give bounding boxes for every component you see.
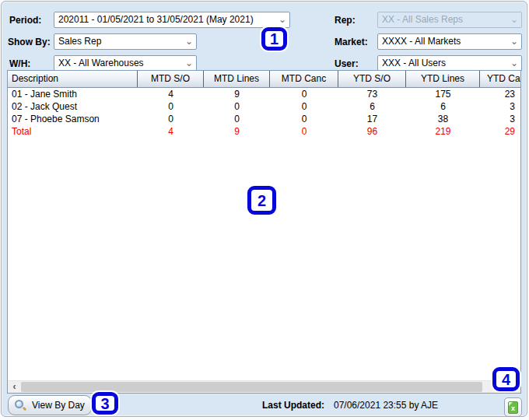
cell-total-ytd-canc: 29 [480, 125, 520, 138]
horizontal-scrollbar[interactable]: ‹ › [8, 380, 520, 393]
header-mtd-lines[interactable]: MTD Lines [204, 71, 270, 87]
annotation-marker-2: 2 [247, 186, 276, 215]
scroll-left-icon[interactable]: ‹ [8, 381, 21, 393]
show-by-dropdown[interactable]: Sales Rep ⌄ [54, 33, 197, 50]
header-ytd-canc[interactable]: YTD Canc [480, 71, 520, 87]
view-by-day-label: View By Day [32, 400, 85, 411]
last-updated-value: 07/06/2021 23:55 by AJE [334, 400, 438, 411]
rep-value: XX - All Sales Reps [382, 14, 463, 25]
table-row-total: Total 4 9 0 96 219 29 [8, 125, 520, 138]
cell-ytd-so: 73 [338, 88, 406, 100]
period-dropdown[interactable]: 202011 - 01/05/2021 to 31/05/2021 (May 2… [54, 12, 290, 28]
chevron-down-icon: ⌄ [279, 12, 286, 27]
market-label: Market: [335, 37, 368, 47]
chevron-down-icon: ⌄ [185, 56, 193, 71]
warehouse-dropdown[interactable]: XX - All Warehouses ⌄ [54, 55, 197, 72]
cell-total-ytd-so: 96 [338, 125, 406, 138]
market-value: XXXX - All Markets [382, 36, 461, 47]
annotation-marker-3: 3 [92, 392, 118, 415]
cell-mtd-canc: 0 [270, 100, 338, 113]
export-to-excel-button[interactable]: x [504, 397, 522, 417]
wh-label: W/H: [9, 58, 30, 69]
cell-ytd-so: 17 [338, 113, 406, 125]
cell-total-label: Total [8, 125, 138, 138]
annotation-marker-4: 4 [492, 367, 520, 391]
cell-mtd-canc: 0 [270, 113, 338, 125]
header-description[interactable]: Description [8, 71, 138, 87]
last-updated-label: Last Updated: [262, 400, 324, 411]
cell-mtd-canc: 0 [270, 88, 338, 100]
cell-ytd-canc: 23 [480, 88, 520, 100]
chevron-down-icon: ⌄ [510, 56, 518, 71]
cell-total-mtd-canc: 0 [270, 125, 338, 138]
scrollbar-thumb[interactable] [21, 382, 482, 392]
cell-ytd-canc: 3 [480, 113, 520, 125]
user-value: XXX - All Users [382, 58, 446, 68]
rep-label: Rep: [335, 15, 356, 26]
table-row-phoebe-samson[interactable]: 07 - Phoebe Samson 0 0 0 17 38 3 [8, 113, 520, 125]
cell-total-mtd-so: 4 [138, 125, 204, 138]
results-table: Description MTD S/O MTD Lines MTD Canc Y… [7, 70, 521, 394]
user-dropdown[interactable]: XXX - All Users ⌄ [377, 55, 522, 72]
period-value: 202011 - 01/05/2021 to 31/05/2021 (May 2… [58, 14, 254, 25]
annotation-marker-1: 1 [261, 27, 287, 51]
cell-description: 01 - Jane Smith [8, 88, 138, 100]
market-dropdown[interactable]: XXXX - All Markets ⌄ [377, 33, 522, 50]
cell-mtd-so: 0 [138, 113, 204, 125]
table-header-row: Description MTD S/O MTD Lines MTD Canc Y… [8, 71, 520, 88]
cell-total-mtd-lines: 9 [204, 125, 270, 138]
cell-description: 07 - Phoebe Samson [8, 113, 138, 125]
table-row-jack-quest[interactable]: 02 - Jack Quest 0 0 0 6 6 3 [8, 100, 520, 113]
chevron-down-icon: ⌄ [510, 34, 518, 49]
rep-dropdown: XX - All Sales Reps ⌄ [377, 12, 522, 28]
cell-total-ytd-lines: 219 [406, 125, 480, 138]
cell-mtd-lines: 0 [204, 113, 270, 125]
cell-mtd-so: 4 [138, 88, 204, 100]
screenshot-stage: Period: 202011 - 01/05/2021 to 31/05/202… [0, 0, 529, 420]
view-by-day-button[interactable]: View By Day [8, 395, 92, 415]
show-by-label: Show By: [8, 37, 51, 47]
chevron-down-icon: ⌄ [185, 34, 193, 49]
table-row-jane-smith[interactable]: 01 - Jane Smith 4 9 0 73 175 23 [8, 88, 520, 100]
excel-export-icon: x [508, 401, 518, 414]
cell-mtd-lines: 9 [204, 88, 270, 100]
warehouse-value: XX - All Warehouses [58, 58, 144, 68]
cell-mtd-lines: 0 [204, 100, 270, 113]
cell-ytd-lines: 38 [406, 113, 480, 125]
cell-mtd-so: 0 [138, 100, 204, 113]
cell-ytd-so: 6 [338, 100, 406, 113]
chevron-down-icon: ⌄ [510, 12, 518, 27]
header-ytd-so[interactable]: YTD S/O [338, 71, 406, 87]
cell-ytd-canc: 3 [480, 100, 520, 113]
header-mtd-canc[interactable]: MTD Canc [270, 71, 338, 87]
period-label: Period: [9, 15, 41, 26]
cell-ytd-lines: 6 [406, 100, 480, 113]
header-mtd-so[interactable]: MTD S/O [138, 71, 204, 87]
header-ytd-lines[interactable]: YTD Lines [406, 71, 480, 87]
cell-description: 02 - Jack Quest [8, 100, 138, 113]
cell-ytd-lines: 175 [406, 88, 480, 100]
magnifier-icon [15, 400, 26, 411]
user-label: User: [335, 58, 359, 69]
show-by-value: Sales Rep [58, 36, 101, 47]
